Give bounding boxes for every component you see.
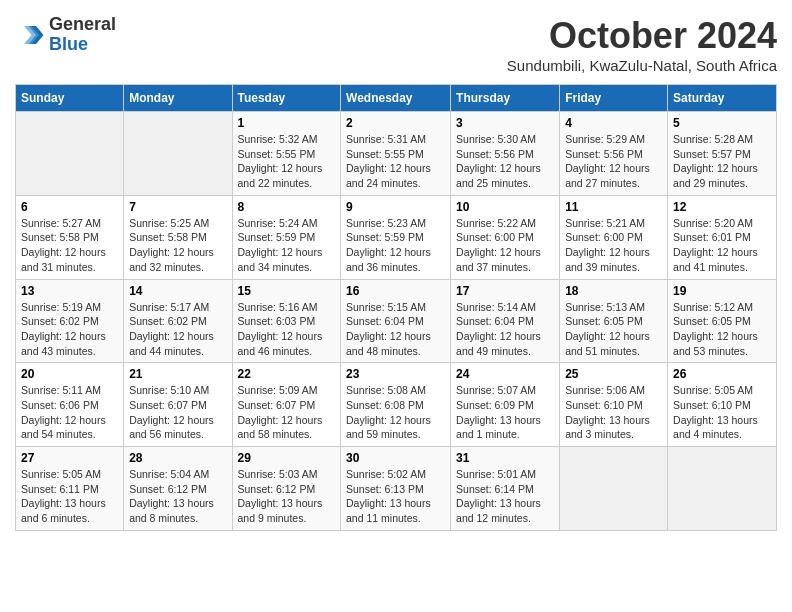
day-info: Sunrise: 5:06 AMSunset: 6:10 PMDaylight:…	[565, 383, 662, 442]
location-subtitle: Sundumbili, KwaZulu-Natal, South Africa	[507, 57, 777, 74]
day-cell: 13Sunrise: 5:19 AMSunset: 6:02 PMDayligh…	[16, 279, 124, 363]
day-cell: 20Sunrise: 5:11 AMSunset: 6:06 PMDayligh…	[16, 363, 124, 447]
day-number: 23	[346, 367, 445, 381]
day-info: Sunrise: 5:17 AMSunset: 6:02 PMDaylight:…	[129, 300, 226, 359]
day-number: 27	[21, 451, 118, 465]
day-info: Sunrise: 5:28 AMSunset: 5:57 PMDaylight:…	[673, 132, 771, 191]
week-row-2: 6Sunrise: 5:27 AMSunset: 5:58 PMDaylight…	[16, 195, 777, 279]
logo-icon	[15, 20, 45, 50]
day-info: Sunrise: 5:02 AMSunset: 6:13 PMDaylight:…	[346, 467, 445, 526]
day-cell: 12Sunrise: 5:20 AMSunset: 6:01 PMDayligh…	[668, 195, 777, 279]
day-info: Sunrise: 5:03 AMSunset: 6:12 PMDaylight:…	[238, 467, 336, 526]
day-cell: 16Sunrise: 5:15 AMSunset: 6:04 PMDayligh…	[341, 279, 451, 363]
day-info: Sunrise: 5:07 AMSunset: 6:09 PMDaylight:…	[456, 383, 554, 442]
day-cell: 10Sunrise: 5:22 AMSunset: 6:00 PMDayligh…	[451, 195, 560, 279]
day-cell: 17Sunrise: 5:14 AMSunset: 6:04 PMDayligh…	[451, 279, 560, 363]
day-info: Sunrise: 5:13 AMSunset: 6:05 PMDaylight:…	[565, 300, 662, 359]
day-number: 31	[456, 451, 554, 465]
col-header-thursday: Thursday	[451, 85, 560, 112]
day-info: Sunrise: 5:31 AMSunset: 5:55 PMDaylight:…	[346, 132, 445, 191]
day-number: 26	[673, 367, 771, 381]
day-number: 14	[129, 284, 226, 298]
day-number: 1	[238, 116, 336, 130]
day-cell: 5Sunrise: 5:28 AMSunset: 5:57 PMDaylight…	[668, 112, 777, 196]
logo: General Blue	[15, 15, 116, 55]
day-cell: 30Sunrise: 5:02 AMSunset: 6:13 PMDayligh…	[341, 447, 451, 531]
logo-general-text: General	[49, 15, 116, 35]
day-cell: 1Sunrise: 5:32 AMSunset: 5:55 PMDaylight…	[232, 112, 341, 196]
day-cell: 19Sunrise: 5:12 AMSunset: 6:05 PMDayligh…	[668, 279, 777, 363]
day-number: 30	[346, 451, 445, 465]
day-number: 8	[238, 200, 336, 214]
col-header-monday: Monday	[124, 85, 232, 112]
day-info: Sunrise: 5:14 AMSunset: 6:04 PMDaylight:…	[456, 300, 554, 359]
day-number: 7	[129, 200, 226, 214]
day-cell: 3Sunrise: 5:30 AMSunset: 5:56 PMDaylight…	[451, 112, 560, 196]
day-info: Sunrise: 5:10 AMSunset: 6:07 PMDaylight:…	[129, 383, 226, 442]
day-number: 16	[346, 284, 445, 298]
day-info: Sunrise: 5:11 AMSunset: 6:06 PMDaylight:…	[21, 383, 118, 442]
day-number: 10	[456, 200, 554, 214]
day-info: Sunrise: 5:30 AMSunset: 5:56 PMDaylight:…	[456, 132, 554, 191]
week-row-5: 27Sunrise: 5:05 AMSunset: 6:11 PMDayligh…	[16, 447, 777, 531]
day-info: Sunrise: 5:22 AMSunset: 6:00 PMDaylight:…	[456, 216, 554, 275]
day-cell: 25Sunrise: 5:06 AMSunset: 6:10 PMDayligh…	[560, 363, 668, 447]
col-header-wednesday: Wednesday	[341, 85, 451, 112]
day-cell: 2Sunrise: 5:31 AMSunset: 5:55 PMDaylight…	[341, 112, 451, 196]
day-cell: 22Sunrise: 5:09 AMSunset: 6:07 PMDayligh…	[232, 363, 341, 447]
day-info: Sunrise: 5:09 AMSunset: 6:07 PMDaylight:…	[238, 383, 336, 442]
day-cell: 28Sunrise: 5:04 AMSunset: 6:12 PMDayligh…	[124, 447, 232, 531]
day-number: 2	[346, 116, 445, 130]
day-number: 18	[565, 284, 662, 298]
day-info: Sunrise: 5:05 AMSunset: 6:11 PMDaylight:…	[21, 467, 118, 526]
month-title: October 2024	[507, 15, 777, 57]
calendar-table: SundayMondayTuesdayWednesdayThursdayFrid…	[15, 84, 777, 531]
day-info: Sunrise: 5:01 AMSunset: 6:14 PMDaylight:…	[456, 467, 554, 526]
day-cell: 31Sunrise: 5:01 AMSunset: 6:14 PMDayligh…	[451, 447, 560, 531]
day-cell	[668, 447, 777, 531]
day-info: Sunrise: 5:23 AMSunset: 5:59 PMDaylight:…	[346, 216, 445, 275]
day-info: Sunrise: 5:29 AMSunset: 5:56 PMDaylight:…	[565, 132, 662, 191]
day-number: 24	[456, 367, 554, 381]
day-info: Sunrise: 5:27 AMSunset: 5:58 PMDaylight:…	[21, 216, 118, 275]
day-cell	[124, 112, 232, 196]
day-cell	[16, 112, 124, 196]
col-header-sunday: Sunday	[16, 85, 124, 112]
day-number: 5	[673, 116, 771, 130]
day-cell: 11Sunrise: 5:21 AMSunset: 6:00 PMDayligh…	[560, 195, 668, 279]
day-cell: 23Sunrise: 5:08 AMSunset: 6:08 PMDayligh…	[341, 363, 451, 447]
day-cell: 4Sunrise: 5:29 AMSunset: 5:56 PMDaylight…	[560, 112, 668, 196]
day-info: Sunrise: 5:32 AMSunset: 5:55 PMDaylight:…	[238, 132, 336, 191]
day-number: 25	[565, 367, 662, 381]
title-block: October 2024 Sundumbili, KwaZulu-Natal, …	[507, 15, 777, 74]
day-number: 12	[673, 200, 771, 214]
week-row-3: 13Sunrise: 5:19 AMSunset: 6:02 PMDayligh…	[16, 279, 777, 363]
day-number: 20	[21, 367, 118, 381]
day-info: Sunrise: 5:20 AMSunset: 6:01 PMDaylight:…	[673, 216, 771, 275]
day-cell: 24Sunrise: 5:07 AMSunset: 6:09 PMDayligh…	[451, 363, 560, 447]
day-cell: 15Sunrise: 5:16 AMSunset: 6:03 PMDayligh…	[232, 279, 341, 363]
day-info: Sunrise: 5:12 AMSunset: 6:05 PMDaylight:…	[673, 300, 771, 359]
day-cell	[560, 447, 668, 531]
day-number: 29	[238, 451, 336, 465]
day-number: 3	[456, 116, 554, 130]
day-number: 19	[673, 284, 771, 298]
day-info: Sunrise: 5:04 AMSunset: 6:12 PMDaylight:…	[129, 467, 226, 526]
day-number: 17	[456, 284, 554, 298]
day-cell: 9Sunrise: 5:23 AMSunset: 5:59 PMDaylight…	[341, 195, 451, 279]
day-info: Sunrise: 5:24 AMSunset: 5:59 PMDaylight:…	[238, 216, 336, 275]
day-cell: 14Sunrise: 5:17 AMSunset: 6:02 PMDayligh…	[124, 279, 232, 363]
day-number: 15	[238, 284, 336, 298]
header-row: SundayMondayTuesdayWednesdayThursdayFrid…	[16, 85, 777, 112]
day-number: 9	[346, 200, 445, 214]
col-header-tuesday: Tuesday	[232, 85, 341, 112]
col-header-saturday: Saturday	[668, 85, 777, 112]
day-number: 13	[21, 284, 118, 298]
day-cell: 18Sunrise: 5:13 AMSunset: 6:05 PMDayligh…	[560, 279, 668, 363]
day-number: 6	[21, 200, 118, 214]
logo-blue-text: Blue	[49, 35, 116, 55]
day-info: Sunrise: 5:08 AMSunset: 6:08 PMDaylight:…	[346, 383, 445, 442]
day-cell: 21Sunrise: 5:10 AMSunset: 6:07 PMDayligh…	[124, 363, 232, 447]
day-info: Sunrise: 5:19 AMSunset: 6:02 PMDaylight:…	[21, 300, 118, 359]
day-number: 4	[565, 116, 662, 130]
